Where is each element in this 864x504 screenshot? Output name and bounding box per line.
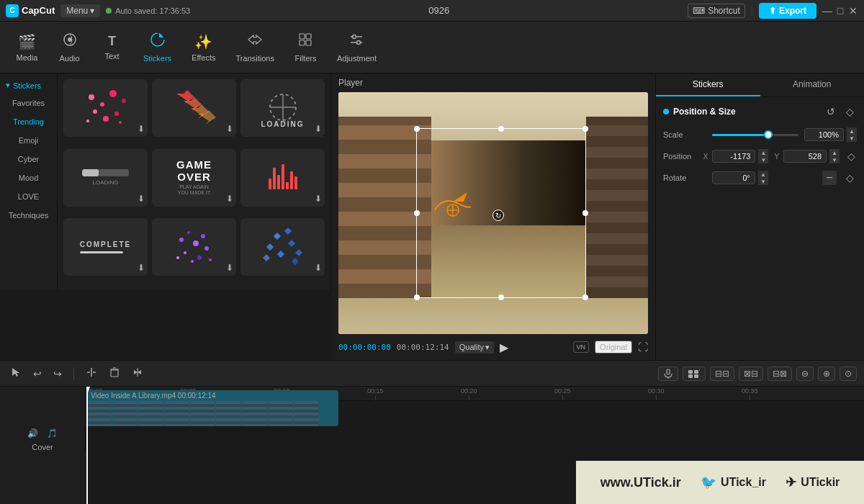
menu-button[interactable]: Menu ▾	[60, 4, 100, 17]
pos-y-down-button[interactable]: ▼	[829, 156, 840, 163]
sticker-overlay[interactable]	[431, 189, 474, 237]
cat-favorites[interactable]: Favorites	[0, 94, 57, 112]
thumb-6	[216, 401, 242, 426]
tool-2[interactable]: ⊟⊟	[710, 366, 734, 381]
quality-button[interactable]: Quality ▾	[455, 341, 494, 354]
sticker-item-dots[interactable]: ⬇	[63, 79, 148, 137]
sticker-item-loading[interactable]: LOADING ⬇	[240, 79, 325, 137]
tab-animation[interactable]: Animation	[760, 73, 865, 96]
timeline-right-tools: ⊟⊟ ⊠⊟ ⊟⊠ ⊖ ⊕ ⊙	[658, 366, 857, 381]
shortcut-button[interactable]: ⌨ Shortcut	[688, 4, 745, 18]
download-icon[interactable]: ⬇	[226, 124, 233, 134]
svg-marker-39	[263, 254, 270, 261]
sticker-item-gameover[interactable]: GAME OVER PLAY AGAIN YOU MADE IT ⬇	[152, 149, 236, 207]
position-x-input[interactable]	[712, 150, 755, 163]
scale-down-button[interactable]: ▼	[847, 135, 857, 142]
right-tabs: Stickers Animation	[656, 73, 864, 97]
audio-label: Audio	[59, 54, 79, 63]
sticker-item-progress-bar[interactable]: LOADING ⬇	[63, 149, 148, 207]
fullscreen-button[interactable]: ⛶	[638, 341, 648, 353]
mic-button[interactable]	[658, 366, 678, 381]
select-tool-button[interactable]	[7, 365, 24, 382]
sticker-item-blue-particles[interactable]: ⬇	[240, 218, 325, 276]
download-icon[interactable]: ⬇	[138, 194, 145, 204]
tool-effects[interactable]: ✨ Effects	[183, 29, 224, 66]
zoom-in-button[interactable]: ⊕	[818, 366, 835, 381]
tool-4[interactable]: ⊟⊠	[768, 366, 792, 381]
svg-rect-49	[667, 369, 670, 374]
twitter-handle: UTick_ir	[721, 476, 766, 489]
download-icon[interactable]: ⬇	[138, 124, 145, 134]
download-icon[interactable]: ⬇	[315, 124, 322, 134]
cat-mood[interactable]: Mood	[0, 168, 57, 187]
tool-transitions[interactable]: Transitions	[228, 27, 283, 67]
tool-stickers[interactable]: Stickers	[135, 27, 180, 67]
playhead[interactable]	[86, 387, 88, 504]
prop-diamond-button[interactable]: ◇	[842, 104, 857, 119]
sticker-item-equalizer[interactable]: ⬇	[240, 149, 325, 207]
svg-point-16	[103, 116, 109, 122]
pos-x-down-button[interactable]: ▼	[758, 156, 768, 163]
original-button[interactable]: Original	[595, 341, 632, 354]
delete-button[interactable]	[106, 365, 123, 382]
minimize-button[interactable]: —	[822, 6, 832, 16]
scale-up-button[interactable]: ▲	[847, 127, 857, 135]
close-button[interactable]: ✕	[848, 6, 858, 16]
rotate-diamond-button[interactable]: ◇	[842, 171, 857, 185]
title-bar-left: C CapCut Menu ▾ Auto saved: 17:36:53	[6, 4, 190, 17]
filters-label: Filters	[294, 54, 316, 63]
tool-3[interactable]: ⊠⊟	[739, 366, 763, 381]
tool-filters[interactable]: Filters	[286, 27, 325, 67]
download-icon[interactable]: ⬇	[315, 194, 322, 204]
sticker-item-arrows[interactable]: ⬇	[152, 79, 236, 137]
stickers-label: Stickers	[143, 54, 171, 63]
cat-techniques[interactable]: Techniques	[0, 206, 57, 225]
pos-y-up-button[interactable]: ▲	[829, 149, 840, 156]
cover-label: Cover	[32, 443, 53, 451]
video-track-label: 🔊 🎵 Cover	[0, 427, 86, 451]
position-y-input[interactable]	[783, 150, 827, 163]
pos-x-up-button[interactable]: ▲	[758, 149, 768, 156]
zoom-out-button[interactable]: ⊖	[796, 366, 814, 381]
rotate-down-button[interactable]: ▼	[758, 178, 768, 185]
download-icon[interactable]: ⬇	[226, 194, 233, 204]
export-button[interactable]: ⬆ Export	[759, 3, 816, 19]
watermark-twitter: 🐦 UTick_ir	[701, 474, 766, 490]
scale-slider[interactable]	[712, 134, 798, 136]
scale-input[interactable]	[804, 128, 844, 141]
rotate-input[interactable]	[712, 171, 755, 184]
scale-slider-wrap	[712, 134, 798, 136]
svg-point-28	[204, 246, 209, 251]
undo-button[interactable]: ↩	[30, 366, 45, 381]
maximize-button[interactable]: □	[835, 6, 845, 16]
cat-love[interactable]: LOVE	[0, 187, 57, 206]
download-icon[interactable]: ⬇	[138, 263, 145, 273]
download-icon[interactable]: ⬇	[226, 263, 233, 273]
download-icon[interactable]: ⬇	[315, 263, 322, 273]
tool-adjustment[interactable]: Adjustment	[328, 27, 385, 67]
tool-media[interactable]: 🎬 Media	[7, 29, 47, 66]
cat-emoji[interactable]: Emoji	[0, 131, 57, 150]
main-content: ▾ Stickers Favorites Trending Emoji Cybe…	[0, 73, 864, 360]
rotate-up-button[interactable]: ▲	[758, 171, 768, 178]
reset-button[interactable]: ↺	[824, 104, 838, 119]
cat-trending[interactable]: Trending	[0, 112, 57, 131]
sticker-item-purple-sparkles[interactable]: ⬇	[152, 218, 236, 276]
cat-cyber[interactable]: Cyber	[0, 150, 57, 168]
rotate-minus-button[interactable]: −	[822, 171, 837, 185]
fit-button[interactable]: ⊙	[840, 366, 857, 381]
tool-1[interactable]	[683, 366, 706, 381]
video-mute-button[interactable]: 🎵	[44, 427, 60, 440]
position-diamond-button[interactable]: ◇	[845, 149, 857, 163]
split-button[interactable]	[83, 365, 100, 382]
tool-text[interactable]: T Text	[92, 30, 132, 65]
play-button[interactable]: ▶	[500, 341, 508, 354]
redo-button[interactable]: ↪	[50, 366, 65, 381]
tool-audio[interactable]: Audio	[50, 27, 89, 67]
flip-button[interactable]	[129, 365, 146, 382]
video-clip[interactable]: Video Inside A Library.mp4 00:00:12:14	[86, 390, 338, 426]
video-audio-toggle[interactable]: 🔊	[24, 427, 41, 440]
tab-stickers[interactable]: Stickers	[656, 73, 760, 96]
sticker-item-complete[interactable]: COMPLETE ⬇	[63, 218, 148, 276]
svg-marker-33	[274, 233, 281, 240]
